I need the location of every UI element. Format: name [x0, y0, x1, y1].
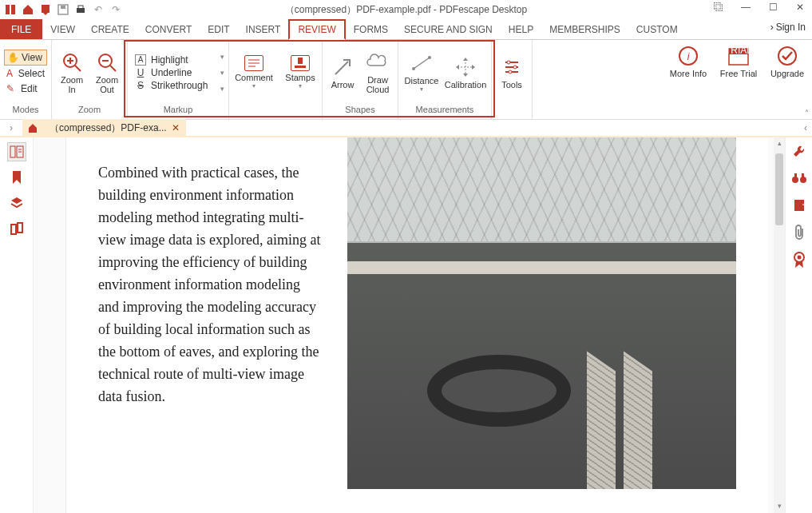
- chevron-down-icon[interactable]: ▾: [420, 86, 423, 93]
- mode-select-button[interactable]: ASelect: [4, 66, 47, 81]
- page-arrow-icon[interactable]: [790, 197, 808, 214]
- document-image: [347, 137, 736, 489]
- strikethrough-label: Strikethrough: [151, 80, 208, 91]
- menu-forms[interactable]: FORMS: [346, 19, 396, 39]
- svg-rect-0: [6, 5, 10, 14]
- svg-rect-43: [794, 173, 797, 177]
- bookmarks-panel-button[interactable]: [7, 168, 26, 187]
- collapse-ribbon-button[interactable]: ˄: [805, 109, 809, 117]
- save-download-icon[interactable]: [38, 2, 53, 17]
- scroll-down-button[interactable]: ▾: [775, 502, 783, 511]
- zoom-out-button[interactable]: ZoomOut: [89, 50, 125, 96]
- highlight-button[interactable]: AHighlight: [135, 54, 213, 66]
- svg-point-41: [792, 177, 798, 183]
- svg-line-12: [110, 66, 116, 71]
- stamps-button[interactable]: Stamps▾: [281, 54, 319, 91]
- svg-rect-40: [18, 223, 22, 233]
- paperclip-icon[interactable]: [790, 224, 808, 241]
- draw-cloud-button[interactable]: DrawCloud: [360, 50, 395, 96]
- svg-line-19: [335, 62, 348, 74]
- svg-rect-1: [11, 5, 15, 14]
- zoom-out-label: ZoomOut: [96, 75, 118, 94]
- tab-home[interactable]: [22, 119, 43, 137]
- underline-button[interactable]: UUnderline: [135, 67, 213, 78]
- distance-button[interactable]: Distance▾: [401, 50, 442, 94]
- menu-create[interactable]: CREATE: [83, 19, 137, 39]
- ribbon-group-comment: Comment▾: [229, 40, 279, 119]
- comment-button[interactable]: Comment▾: [232, 54, 276, 91]
- binoculars-icon[interactable]: [790, 169, 808, 187]
- underline-icon: U: [135, 67, 146, 78]
- menu-convert[interactable]: CONVERT: [137, 19, 200, 39]
- home-icon[interactable]: [21, 2, 35, 17]
- ribbon-group-measurements-label: Measurements: [398, 105, 491, 117]
- svg-rect-2: [42, 5, 50, 13]
- sign-in-link[interactable]: ›Sign In: [770, 22, 806, 33]
- mode-view-label: View: [22, 52, 42, 63]
- svg-line-20: [414, 58, 430, 69]
- svg-rect-17: [298, 58, 303, 64]
- mode-view-button[interactable]: ✋View: [4, 50, 47, 66]
- print-icon[interactable]: [73, 2, 88, 17]
- undo-icon[interactable]: ↶: [91, 2, 105, 17]
- cursor-icon: A: [6, 68, 15, 79]
- more-info-label: More Info: [670, 69, 707, 78]
- free-trial-label: Free Trial: [720, 69, 757, 78]
- upgrade-button[interactable]: Upgrade: [767, 43, 807, 80]
- chevron-down-icon[interactable]: ▾: [299, 82, 302, 89]
- app-icon[interactable]: [3, 2, 18, 17]
- ribbon-group-tools: Tools: [492, 40, 533, 119]
- mode-edit-button[interactable]: ✎Edit: [4, 82, 47, 96]
- menu-secure[interactable]: SECURE AND SIGN: [396, 19, 501, 39]
- calibration-button[interactable]: Calibration: [442, 54, 489, 91]
- right-sidebar: [785, 137, 812, 513]
- floppy-icon[interactable]: [56, 2, 70, 17]
- tools-label: Tools: [501, 80, 522, 89]
- menu-file[interactable]: FILE: [0, 19, 42, 39]
- vertical-scrollbar[interactable]: ▴ ▾: [774, 137, 785, 513]
- thumbnails-panel-button[interactable]: [7, 142, 26, 161]
- menu-view[interactable]: VIEW: [42, 19, 83, 39]
- menu-custom[interactable]: CUSTOM: [628, 19, 686, 39]
- close-button[interactable]: ✕: [790, 0, 810, 16]
- menu-memberships[interactable]: MEMBERSHIPS: [541, 19, 628, 39]
- free-trial-button[interactable]: TRIALFree Trial: [718, 43, 759, 80]
- zoom-in-button[interactable]: ZoomIn: [54, 50, 89, 96]
- tab-close-button[interactable]: ✕: [172, 122, 180, 133]
- wrench-icon[interactable]: [790, 142, 808, 160]
- menu-edit[interactable]: EDIT: [200, 19, 237, 39]
- maximize-button[interactable]: ☐: [762, 0, 783, 16]
- tools-button[interactable]: Tools: [494, 54, 529, 91]
- svg-point-28: [509, 70, 512, 74]
- arrow-icon: [331, 56, 354, 78]
- rosette-icon[interactable]: [790, 251, 808, 268]
- tab-document[interactable]: （compressed）PDF-exa...✕: [43, 119, 186, 137]
- more-info-button[interactable]: iMore Info: [667, 43, 710, 80]
- menu-help[interactable]: HELP: [501, 19, 541, 39]
- scroll-up-button[interactable]: ▴: [775, 139, 783, 149]
- tab-prev-button[interactable]: ›: [0, 122, 22, 133]
- comment-label: Comment: [235, 73, 273, 82]
- scrollbar-thumb[interactable]: [775, 153, 783, 225]
- arrow-button[interactable]: Arrow: [325, 54, 360, 91]
- mode-select-label: Select: [18, 68, 45, 79]
- attachments-panel-button[interactable]: [7, 219, 26, 238]
- menu-review[interactable]: REVIEW: [288, 19, 345, 40]
- ribbon: ✋View ASelect ✎Edit Modes ZoomIn ZoomOut…: [0, 40, 812, 120]
- distance-icon: [410, 52, 433, 74]
- popout-button[interactable]: ⿻: [708, 0, 729, 16]
- minimize-button[interactable]: —: [735, 0, 756, 16]
- layers-panel-button[interactable]: [7, 193, 26, 213]
- strikethrough-button[interactable]: SStrikethrough: [135, 80, 213, 91]
- redo-icon[interactable]: ↷: [109, 2, 123, 17]
- markup-dropdown[interactable]: ▾▾▾: [218, 53, 226, 93]
- chevron-down-icon[interactable]: ▾: [252, 82, 255, 89]
- upgrade-label: Upgrade: [770, 69, 804, 78]
- chevron-right-icon: ›: [770, 22, 774, 33]
- calendar-trial-icon: TRIAL: [727, 45, 750, 67]
- tab-next-button[interactable]: ‹: [804, 122, 807, 133]
- document-viewport[interactable]: Combined with practical cases, the build…: [34, 137, 785, 513]
- zoom-in-icon: [61, 51, 83, 74]
- menu-insert[interactable]: INSERT: [238, 19, 289, 39]
- svg-rect-4: [61, 6, 65, 9]
